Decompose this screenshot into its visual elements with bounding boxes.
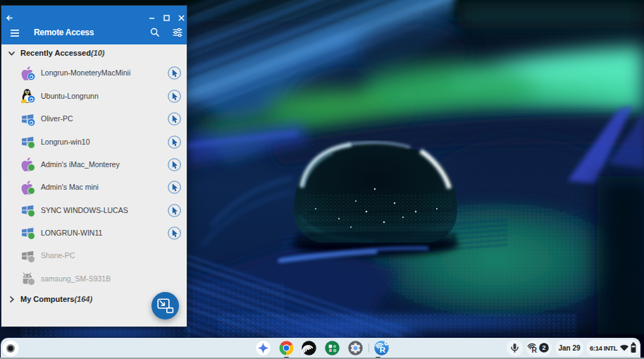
svg-text:R: R	[531, 346, 537, 354]
svg-text:2: 2	[542, 345, 545, 352]
svg-text:R: R	[379, 346, 385, 354]
